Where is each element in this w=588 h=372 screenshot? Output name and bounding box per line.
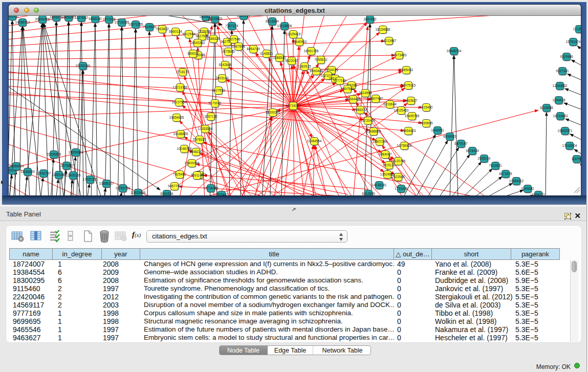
svg-text:8186328: 8186328 [207, 37, 220, 40]
svg-text:5498222: 5498222 [189, 150, 203, 154]
svg-text:12905135: 12905135 [66, 173, 81, 177]
svg-text:1615132: 1615132 [382, 163, 396, 167]
svg-text:9463627: 9463627 [404, 99, 418, 102]
svg-text:12923446: 12923446 [131, 191, 146, 194]
svg-text:7485063: 7485063 [400, 68, 413, 72]
svg-text:8312505: 8312505 [362, 192, 375, 195]
svg-text:10654112: 10654112 [509, 179, 524, 183]
svg-text:8912954: 8912954 [182, 32, 195, 36]
svg-text:16640910: 16640910 [292, 40, 307, 43]
svg-text:10756928: 10756928 [397, 144, 412, 147]
svg-text:3675685: 3675685 [222, 50, 235, 53]
svg-text:12213967: 12213967 [382, 39, 397, 42]
svg-text:6466160: 6466160 [89, 17, 102, 20]
svg-text:3624554: 3624554 [359, 91, 372, 95]
svg-text:9457791: 9457791 [168, 184, 181, 188]
svg-text:2522548: 2522548 [391, 175, 405, 179]
svg-text:1827546: 1827546 [227, 37, 241, 41]
svg-text:2935114: 2935114 [478, 157, 491, 160]
svg-text:10975887: 10975887 [59, 164, 74, 167]
svg-text:20206576: 20206576 [47, 152, 61, 156]
svg-text:19654923: 19654923 [401, 129, 416, 133]
svg-text:10653267: 10653267 [61, 16, 76, 19]
svg-text:9115460: 9115460 [420, 105, 433, 109]
svg-text:8215958: 8215958 [540, 106, 553, 110]
svg-text:17957225: 17957225 [83, 178, 98, 181]
svg-text:18300295: 18300295 [266, 111, 280, 114]
svg-text:10025433: 10025433 [394, 108, 409, 112]
svg-text:2367608: 2367608 [232, 45, 245, 48]
svg-text:10046768: 10046768 [177, 147, 192, 150]
svg-text:12975115: 12975115 [401, 83, 416, 87]
svg-text:8454749: 8454749 [247, 47, 260, 51]
svg-text:9777169: 9777169 [333, 79, 346, 82]
svg-text:1362615: 1362615 [298, 64, 311, 68]
svg-text:16782759: 16782759 [116, 186, 130, 190]
svg-text:15409394: 15409394 [185, 161, 200, 165]
svg-text:7663822: 7663822 [156, 27, 169, 31]
svg-text:9329966: 9329966 [560, 55, 573, 58]
svg-text:7632621: 7632621 [489, 164, 502, 167]
svg-text:18807249: 18807249 [373, 140, 387, 143]
svg-text:16154838: 16154838 [376, 28, 390, 31]
svg-text:116753: 116753 [571, 157, 581, 161]
svg-text:8813054: 8813054 [266, 19, 279, 23]
svg-text:15495759: 15495759 [405, 114, 420, 118]
svg-text:2718170: 2718170 [176, 70, 189, 74]
svg-text:7625402: 7625402 [173, 172, 186, 176]
svg-text:17016504: 17016504 [562, 144, 577, 147]
svg-text:8938923: 8938923 [443, 135, 456, 138]
svg-text:10719185: 10719185 [115, 20, 129, 24]
svg-text:18724007: 18724007 [286, 104, 301, 107]
svg-text:7357224: 7357224 [225, 24, 238, 28]
svg-text:2087682: 2087682 [363, 17, 377, 21]
svg-text:989012: 989012 [187, 52, 199, 55]
svg-text:8990448: 8990448 [310, 69, 323, 73]
svg-text:7986372: 7986372 [354, 108, 367, 112]
svg-text:19166825: 19166825 [173, 132, 188, 136]
svg-text:1691144: 1691144 [191, 173, 204, 177]
svg-text:12093832: 12093832 [553, 84, 568, 87]
svg-text:6497568: 6497568 [341, 87, 354, 91]
svg-text:5822037: 5822037 [285, 59, 298, 62]
svg-text:9170061: 9170061 [208, 101, 222, 105]
svg-text:10973493: 10973493 [392, 53, 407, 57]
svg-text:19654905: 19654905 [169, 116, 184, 119]
svg-text:5578335: 5578335 [193, 138, 206, 141]
svg-text:9227341: 9227341 [556, 69, 569, 73]
svg-text:12942737: 12942737 [36, 171, 51, 175]
svg-text:6216644: 6216644 [383, 102, 397, 106]
svg-text:2065531: 2065531 [9, 16, 19, 18]
svg-text:1112858: 1112858 [573, 27, 581, 31]
svg-text:8427552: 8427552 [212, 89, 225, 92]
svg-text:10688609: 10688609 [366, 129, 381, 133]
svg-text:3267130: 3267130 [204, 115, 217, 118]
svg-text:14136141: 14136141 [372, 183, 387, 187]
svg-text:16033809: 16033809 [208, 17, 223, 20]
svg-text:9474444: 9474444 [466, 149, 479, 152]
svg-text:19384554: 19384554 [307, 139, 322, 143]
svg-text:10807487: 10807487 [368, 97, 383, 100]
svg-text:1527602: 1527602 [75, 16, 88, 19]
svg-text:9245652: 9245652 [521, 187, 534, 190]
svg-text:7955812: 7955812 [314, 58, 328, 61]
svg-text:1588520: 1588520 [273, 56, 286, 59]
svg-text:1244418: 1244418 [552, 98, 565, 102]
svg-text:19218506: 19218506 [277, 24, 292, 28]
svg-text:15751074: 15751074 [566, 40, 581, 43]
svg-text:1733426: 1733426 [395, 187, 408, 190]
svg-text:7515526: 7515526 [143, 25, 156, 29]
svg-text:15692971: 15692971 [558, 129, 573, 133]
svg-text:8960124: 8960124 [169, 30, 182, 33]
svg-text:1640951: 1640951 [431, 128, 444, 132]
svg-text:12213389: 12213389 [173, 85, 188, 89]
svg-text:11451948: 11451948 [52, 173, 67, 177]
svg-text:6479197: 6479197 [454, 142, 468, 145]
svg-text:16543382: 16543382 [190, 41, 205, 45]
svg-text:20364436: 20364436 [346, 97, 361, 101]
svg-text:15720407: 15720407 [361, 119, 376, 122]
svg-text:1071918: 1071918 [102, 17, 116, 21]
svg-text:15716485: 15716485 [204, 186, 219, 190]
svg-text:9242848: 9242848 [219, 63, 232, 67]
svg-text:16210643: 16210643 [553, 114, 568, 118]
